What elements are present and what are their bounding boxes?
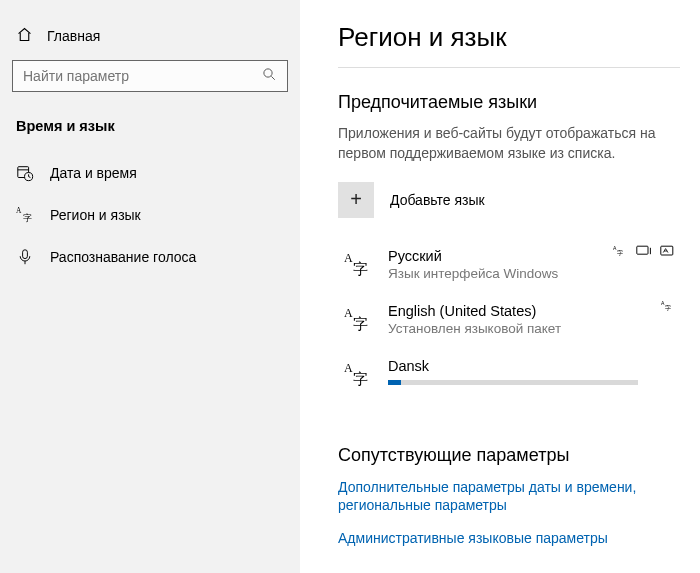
language-glyph-icon: A 字	[340, 248, 372, 281]
language-glyph-icon: A 字	[340, 358, 372, 391]
language-icon: A 字	[16, 206, 34, 224]
svg-text:字: 字	[665, 303, 671, 310]
language-glyph-icon: A 字	[340, 303, 372, 336]
language-name: English (United States)	[388, 303, 680, 319]
plus-icon: +	[338, 182, 374, 218]
svg-line-1	[271, 76, 274, 79]
handwriting-icon	[660, 244, 676, 261]
svg-text:A: A	[344, 306, 353, 320]
display-language-icon: A 字	[612, 244, 628, 261]
language-status: Язык интерфейса Windows	[388, 266, 680, 281]
language-item-russian[interactable]: A 字 Русский Язык интерфейса Windows A 字	[338, 240, 680, 295]
svg-rect-9	[23, 250, 28, 259]
sidebar-item-region-language[interactable]: A 字 Регион и язык	[10, 194, 290, 236]
microphone-icon	[16, 248, 34, 266]
sidebar-item-label: Регион и язык	[50, 207, 141, 223]
divider	[338, 67, 680, 68]
sidebar-item-home[interactable]: Главная	[10, 18, 290, 60]
link-admin-language-settings[interactable]: Административные языковые параметры	[338, 529, 680, 548]
svg-text:A: A	[344, 361, 353, 375]
svg-text:字: 字	[353, 371, 368, 387]
svg-rect-15	[637, 246, 648, 254]
add-language-button[interactable]: + Добавьте язык	[338, 182, 680, 218]
download-progress-fill	[388, 380, 401, 385]
svg-text:字: 字	[353, 261, 368, 277]
preferred-languages-desc: Приложения и веб-сайты будут отображатьс…	[338, 123, 680, 164]
svg-text:字: 字	[617, 248, 623, 255]
sidebar: Главная Время и язык Дата и время A	[0, 0, 300, 573]
svg-text:字: 字	[353, 316, 368, 332]
language-status: Установлен языковой пакет	[388, 321, 680, 336]
related-settings-heading: Сопутствующие параметры	[338, 445, 680, 466]
language-item-english[interactable]: A 字 English (United States) Установлен я…	[338, 295, 680, 350]
search-input[interactable]	[23, 68, 262, 84]
sidebar-item-speech[interactable]: Распознавание голоса	[10, 236, 290, 278]
svg-text:A: A	[661, 299, 665, 305]
display-language-icon: A 字	[660, 299, 676, 316]
search-input-container[interactable]	[12, 60, 288, 92]
download-progress	[388, 380, 638, 385]
sidebar-item-label: Дата и время	[50, 165, 137, 181]
preferred-languages-heading: Предпочитаемые языки	[338, 92, 680, 113]
link-additional-date-region[interactable]: Дополнительные параметры даты и времени,…	[338, 478, 680, 516]
search-icon	[262, 67, 277, 85]
add-language-label: Добавьте язык	[390, 192, 485, 208]
main-content: Регион и язык Предпочитаемые языки Прило…	[300, 0, 700, 573]
home-label: Главная	[47, 28, 100, 44]
language-name: Dansk	[388, 358, 680, 374]
svg-text:A: A	[344, 251, 353, 265]
sidebar-item-label: Распознавание голоса	[50, 249, 196, 265]
svg-text:A: A	[613, 244, 617, 250]
svg-text:A: A	[16, 206, 22, 215]
svg-point-0	[264, 69, 272, 77]
svg-text:字: 字	[23, 213, 32, 223]
home-icon	[16, 26, 33, 46]
calendar-clock-icon	[16, 164, 34, 182]
language-item-dansk[interactable]: A 字 Dansk	[338, 350, 680, 405]
page-title: Регион и язык	[338, 22, 680, 53]
sidebar-heading: Время и язык	[10, 114, 290, 152]
text-to-speech-icon	[636, 244, 652, 261]
sidebar-item-date-time[interactable]: Дата и время	[10, 152, 290, 194]
